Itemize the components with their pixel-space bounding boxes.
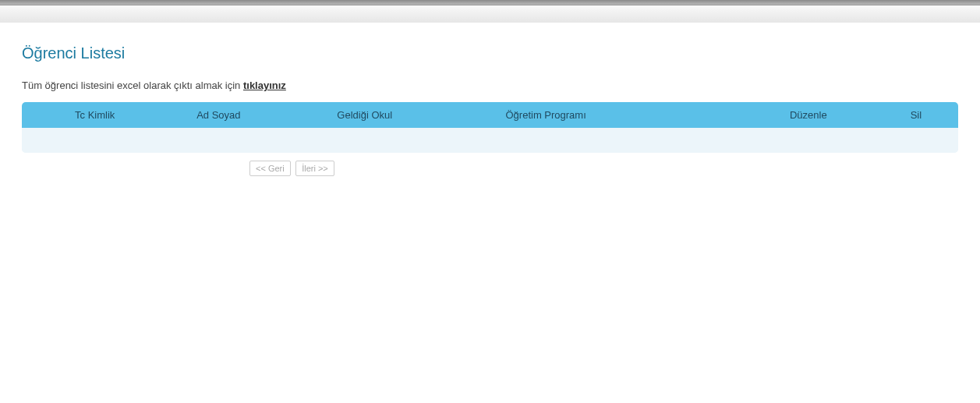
student-table-container: Tc Kimlik Ad Soyad Geldiği Okul Öğretim … [22, 102, 958, 153]
col-geldigi-okul: Geldiği Okul [331, 102, 499, 128]
col-ad-soyad: Ad Soyad [190, 102, 331, 128]
page-title: Öğrenci Listesi [22, 44, 958, 62]
table-header-row: Tc Kimlik Ad Soyad Geldiği Okul Öğretim … [22, 102, 958, 128]
content-area: Öğrenci Listesi Tüm öğrenci listesini ex… [0, 23, 980, 184]
col-duzenle: Düzenle [743, 102, 874, 128]
pagination: << Geri İleri >> [22, 153, 958, 176]
table-empty-cell [22, 128, 958, 153]
student-table: Tc Kimlik Ad Soyad Geldiği Okul Öğretim … [22, 102, 958, 153]
prev-button[interactable]: << Geri [249, 161, 291, 176]
col-spacer [22, 102, 69, 128]
export-excel-link[interactable]: tıklayınız [243, 80, 286, 91]
table-empty-row [22, 128, 958, 153]
export-instruction-text: Tüm öğrenci listesini excel olarak çıktı… [22, 80, 243, 91]
export-instruction: Tüm öğrenci listesini excel olarak çıktı… [22, 80, 958, 91]
col-ogretim-programi: Öğretim Programı [499, 102, 742, 128]
window-top-bar [0, 0, 980, 5]
col-sil: Sil [874, 102, 958, 128]
header-gradient [0, 5, 980, 23]
next-button[interactable]: İleri >> [295, 161, 334, 176]
col-tc-kimlik: Tc Kimlik [69, 102, 190, 128]
